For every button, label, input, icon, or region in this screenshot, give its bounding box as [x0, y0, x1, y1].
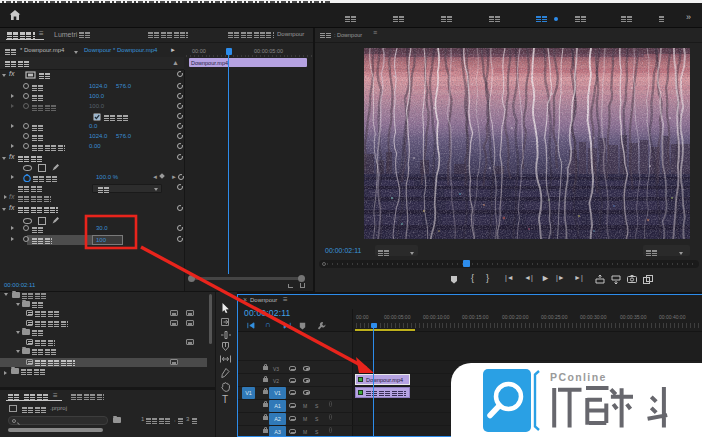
svg-text:PConline: PConline	[550, 371, 607, 383]
